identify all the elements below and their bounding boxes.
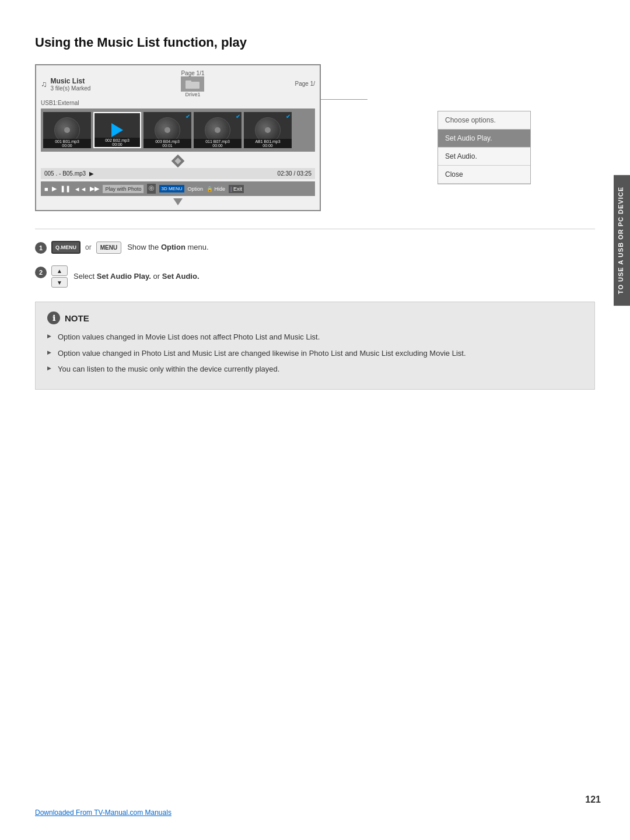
or-text-1: or (85, 243, 92, 251)
connector-line (321, 99, 368, 100)
option-set-audio[interactable]: Set Audio. (438, 148, 530, 166)
tv-title-area: ♫ Music List 3 file(s) Marked (41, 76, 90, 92)
tv-page-right: Page 1/ (295, 80, 315, 87)
thumb-label-5: AB1 B01.mp300:00 (244, 139, 292, 148)
time-display: 02:30 / 03:25 (278, 170, 312, 177)
popup-arrow-indicator (41, 198, 315, 205)
exit-button[interactable]: | Exit (229, 185, 244, 193)
step-number-1: 1 (35, 242, 47, 254)
scroll-diamond-inner (174, 158, 181, 164)
nav-up-button[interactable]: ▲ (51, 265, 68, 276)
eco-button[interactable]: ⓔ (147, 184, 156, 194)
tv-thumbnails-row: 001 B01.mp300:00 002 B02.mp300:00 ✔ 003 … (41, 108, 315, 152)
note-item-3: You can listen to the music only within … (47, 363, 583, 375)
svg-rect-1 (186, 80, 191, 83)
tv-marked-count: 3 file(s) Marked (51, 85, 91, 92)
thumb-1[interactable]: 001 B01.mp300:00 (43, 112, 91, 148)
step-2-row: 2 ▲ ▼ Select Set Audio Play. or Set Audi… (35, 265, 595, 288)
step-1-row: 1 Q.MENU or MENU Show the Option menu. (35, 241, 595, 254)
check-icon-4: ✔ (236, 113, 240, 120)
scroll-indicator (41, 156, 315, 166)
now-playing-bar: 005 . - B05.mp3 ▶ 02:30 / 03:25 (41, 168, 315, 179)
footer-link[interactable]: Downloaded From TV-Manual.com Manuals (35, 808, 172, 817)
tv-drive-label: Drive1 (185, 92, 200, 97)
hide-button[interactable]: 🔒 Hide (206, 186, 225, 192)
prev-chapter-button[interactable]: ◄◄ (74, 186, 87, 192)
thumb-3[interactable]: ✔ 003 B04.mp300:01 (144, 112, 191, 148)
next-chapter-button[interactable]: ▶▶ (90, 185, 99, 192)
tv-usb-label: USB1:External (41, 100, 315, 106)
thumb-label-4: 011 B07.mp300:00 (194, 139, 242, 148)
controls-bar: ■ ▶ ❚❚ ◄◄ ▶▶ Play with Photo ⓔ 3D MENU O… (41, 181, 315, 196)
check-icon-3: ✔ (186, 113, 190, 120)
thumb-label-2: 002 B02.mp300:00 (94, 138, 140, 147)
now-playing-left: 005 . - B05.mp3 ▶ (44, 170, 94, 177)
options-popup-title: Choose options. (438, 111, 530, 130)
step-1-text: Show the Option menu. (127, 242, 208, 253)
screenshot-area: ♫ Music List 3 file(s) Marked Page 1/1 (35, 64, 595, 211)
play-arrow-icon (111, 123, 123, 137)
tv-ui-mockup: ♫ Music List 3 file(s) Marked Page 1/1 (35, 64, 321, 211)
section-divider-1 (35, 229, 595, 229)
step-1-icons: Q.MENU or MENU (51, 241, 121, 254)
note-title: NOTE (65, 313, 89, 323)
svg-marker-2 (173, 198, 183, 205)
now-playing-file: 005 . - B05.mp3 (44, 170, 86, 177)
option-close[interactable]: Close (438, 166, 530, 184)
page-title: Using the Music List function, play (35, 35, 595, 50)
step-number-2: 2 (35, 267, 47, 278)
nav-down-button[interactable]: ▼ (51, 277, 68, 288)
note-list: Option values changed in Movie List does… (47, 331, 583, 375)
page-number: 121 (585, 794, 601, 805)
thumb-4[interactable]: ✔ 011 B07.mp300:00 (194, 112, 242, 148)
qmenu-button[interactable]: Q.MENU (51, 241, 80, 254)
option-set-audio-play[interactable]: Set Audio Play. (438, 130, 530, 148)
3d-menu-button[interactable]: 3D MENU (159, 185, 184, 192)
menu-button[interactable]: MENU (96, 242, 121, 254)
tv-page-top: Page 1/1 (181, 70, 204, 76)
thumb-label-1: 001 B01.mp300:00 (43, 139, 91, 148)
play-icon-small: ▶ (89, 170, 94, 177)
note-item-2: Option value changed in Photo List and M… (47, 348, 583, 359)
note-section: ℹ NOTE Option values changed in Movie Li… (35, 302, 595, 390)
nav-arrows: ▲ ▼ (51, 265, 68, 288)
pause-button[interactable]: ❚❚ (60, 185, 71, 192)
play-button[interactable]: ▶ (52, 185, 57, 192)
tv-folder-icon (181, 76, 204, 92)
thumb-label-3: 003 B04.mp300:01 (144, 139, 191, 148)
step-2-text: Select Set Audio Play. or Set Audio. (74, 271, 200, 282)
check-icon-5: ✔ (286, 113, 290, 120)
music-note-icon: ♫ (41, 79, 47, 89)
connector-area (321, 64, 368, 100)
tv-music-list-title: Music List (51, 77, 85, 85)
play-with-photo-button[interactable]: Play with Photo (103, 185, 144, 193)
steps-section: 1 Q.MENU or MENU Show the Option menu. 2… (35, 241, 595, 288)
thumb-5[interactable]: ✔ AB1 B01.mp300:00 (244, 112, 292, 148)
stop-button[interactable]: ■ (44, 186, 48, 192)
tv-topbar: ♫ Music List 3 file(s) Marked Page 1/1 (41, 70, 315, 97)
note-header: ℹ NOTE (47, 312, 583, 324)
side-tab: TO USE A USB OR PC DEVICE (614, 175, 630, 306)
note-item-1: Option values changed in Movie List does… (47, 331, 583, 343)
thumb-2[interactable]: 002 B02.mp300:00 (93, 112, 141, 148)
scroll-diamond-icon (172, 155, 185, 168)
options-popup: Choose options. Set Audio Play. Set Audi… (438, 111, 531, 184)
option-button[interactable]: Option (188, 186, 204, 192)
note-info-icon: ℹ (47, 312, 60, 324)
